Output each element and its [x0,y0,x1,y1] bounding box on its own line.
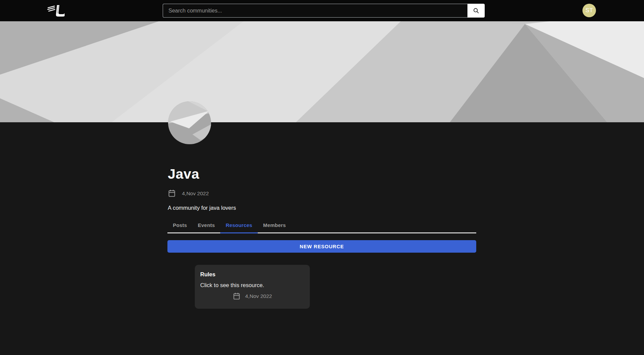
tab-members[interactable]: Members [258,218,291,232]
calendar-icon [168,189,176,198]
user-avatar[interactable]: ST [582,4,596,17]
resource-title: Rules [200,271,304,278]
resources-list: Rules Click to see this resource. 4,Nov … [167,265,476,309]
top-navbar: ST [0,0,644,21]
community-created-date-row: 4,Nov 2022 [168,189,476,198]
community-search [163,4,485,18]
search-icon [473,7,480,14]
tab-events[interactable]: Events [192,218,220,232]
logo-l-shape [56,5,65,17]
search-input[interactable] [163,4,467,18]
tab-posts[interactable]: Posts [167,218,192,232]
resource-date: 4,Nov 2022 [245,293,272,299]
resource-subtitle: Click to see this resource. [200,282,304,288]
community-banner-image [0,21,644,122]
resource-card[interactable]: Rules Click to see this resource. 4,Nov … [195,265,310,309]
calendar-icon [233,292,240,300]
search-button[interactable] [467,4,485,18]
winged-l-logo-icon[interactable] [47,3,65,18]
community-description: A community for java lovers [168,205,476,211]
community-created-date: 4,Nov 2022 [182,191,209,197]
community-name: Java [168,167,476,181]
tab-resources[interactable]: Resources [220,218,258,232]
community-tabs: Posts Events Resources Members [167,218,476,233]
new-resource-button[interactable]: NEW RESOURCE [167,240,476,253]
community-page-content: Java 4,Nov 2022 A community for java lov… [167,122,476,309]
resource-date-row: 4,Nov 2022 [200,292,304,300]
